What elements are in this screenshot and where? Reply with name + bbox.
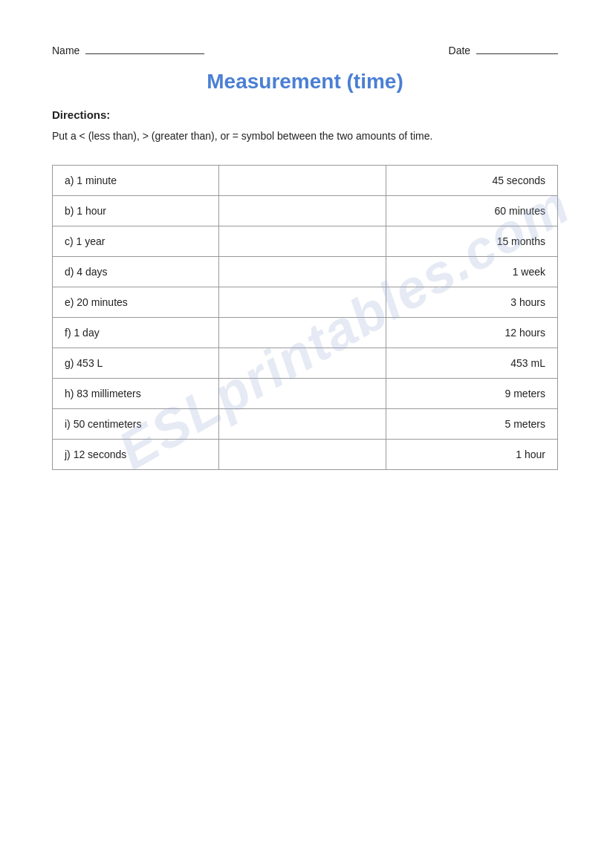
table-row: i) 50 centimeters5 meters — [53, 409, 558, 440]
cell-right: 1 week — [386, 257, 557, 287]
cell-left: c) 1 year — [53, 226, 219, 257]
comparison-table: a) 1 minute45 secondsb) 1 hour60 minutes… — [52, 165, 558, 470]
cell-right: 45 seconds — [386, 166, 557, 196]
table-row: d) 4 days1 week — [53, 257, 558, 287]
directions-text: Put a < (less than), > (greater than), o… — [52, 128, 558, 144]
table-row: e) 20 minutes3 hours — [53, 287, 558, 318]
cell-symbol[interactable] — [219, 440, 386, 470]
cell-right: 12 hours — [386, 318, 557, 348]
cell-symbol[interactable] — [219, 348, 386, 379]
table-row: a) 1 minute45 seconds — [53, 166, 558, 196]
header-row: Name Date — [52, 45, 558, 56]
cell-left: a) 1 minute — [53, 166, 219, 196]
cell-symbol[interactable] — [219, 257, 386, 287]
table-row: c) 1 year15 months — [53, 226, 558, 257]
cell-left: f) 1 day — [53, 318, 219, 348]
cell-right: 3 hours — [386, 287, 557, 318]
cell-symbol[interactable] — [219, 166, 386, 196]
cell-right: 453 mL — [386, 348, 557, 379]
date-field: Date — [449, 45, 558, 56]
cell-symbol[interactable] — [219, 287, 386, 318]
cell-symbol[interactable] — [219, 318, 386, 348]
cell-right: 60 minutes — [386, 196, 557, 226]
cell-right: 1 hour — [386, 440, 557, 470]
cell-right: 5 meters — [386, 409, 557, 440]
cell-left: h) 83 millimeters — [53, 379, 219, 409]
date-label: Date — [449, 45, 471, 56]
cell-left: b) 1 hour — [53, 196, 219, 226]
table-row: h) 83 millimeters9 meters — [53, 379, 558, 409]
worksheet-page: Name Date Measurement (time) Directions:… — [0, 0, 610, 868]
cell-right: 15 months — [386, 226, 557, 257]
cell-left: d) 4 days — [53, 257, 219, 287]
cell-left: g) 453 L — [53, 348, 219, 379]
page-title: Measurement (time) — [52, 70, 558, 94]
table-row: f) 1 day12 hours — [53, 318, 558, 348]
name-label: Name — [52, 45, 80, 56]
cell-left: j) 12 seconds — [53, 440, 219, 470]
cell-symbol[interactable] — [219, 379, 386, 409]
name-field: Name — [52, 45, 204, 56]
cell-left: i) 50 centimeters — [53, 409, 219, 440]
table-row: b) 1 hour60 minutes — [53, 196, 558, 226]
directions-label: Directions: — [52, 108, 558, 121]
cell-symbol[interactable] — [219, 196, 386, 226]
cell-symbol[interactable] — [219, 409, 386, 440]
cell-left: e) 20 minutes — [53, 287, 219, 318]
name-line — [85, 53, 204, 54]
cell-right: 9 meters — [386, 379, 557, 409]
table-row: j) 12 seconds1 hour — [53, 440, 558, 470]
date-line — [476, 53, 558, 54]
cell-symbol[interactable] — [219, 226, 386, 257]
table-row: g) 453 L453 mL — [53, 348, 558, 379]
